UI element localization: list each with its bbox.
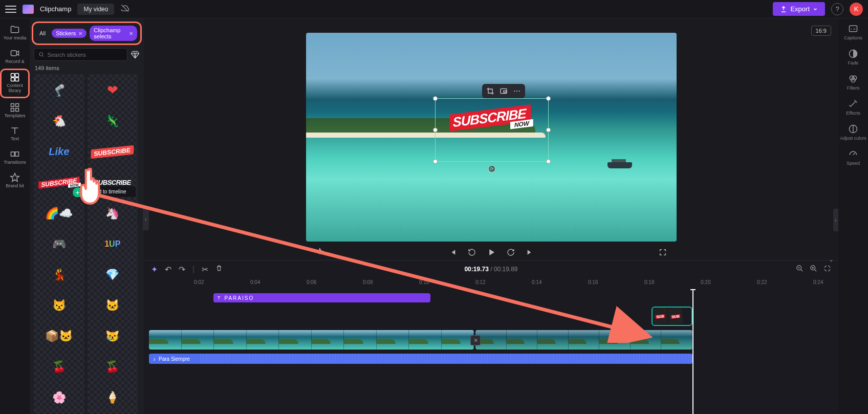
forward-icon[interactable] [506, 248, 515, 257]
rotate-handle[interactable]: ⟳ [488, 165, 495, 172]
ai-icon[interactable] [315, 248, 324, 257]
sticker-item[interactable]: 🍒 [88, 351, 138, 383]
split-icon[interactable]: ✂ [202, 265, 208, 274]
rail-adjust-colors[interactable]: Adjust colors [840, 124, 866, 141]
sticker-item[interactable]: 🌸 [34, 381, 84, 414]
sticker-item[interactable]: Like [34, 136, 84, 168]
skip-forward-icon[interactable] [526, 248, 535, 257]
close-icon[interactable]: ✕ [78, 31, 82, 36]
svg-rect-20 [850, 26, 857, 32]
menu-icon[interactable] [5, 4, 16, 15]
sticker-item[interactable]: 🍦 [88, 381, 138, 414]
text-clip[interactable]: TPARAISO [213, 293, 430, 302]
zoom-in-icon[interactable] [810, 265, 817, 274]
sticker-item[interactable]: SUBSCRIBE [88, 136, 138, 168]
delete-icon[interactable] [215, 265, 223, 274]
sticker-item[interactable]: 📦🐱 [34, 320, 84, 353]
rail-effects[interactable]: Effects [846, 99, 860, 116]
rail-templates[interactable]: Templates [0, 99, 30, 122]
video-canvas[interactable]: ⟳ SUBSCRIBE NOW [306, 33, 677, 242]
help-icon[interactable]: ? [831, 3, 843, 15]
export-button[interactable]: Export [773, 2, 825, 16]
rail-record[interactable]: Record & [0, 45, 30, 68]
rail-fade[interactable]: Fade [848, 49, 859, 66]
sticker-item[interactable]: 🦿 [34, 74, 84, 107]
rail-captions[interactable]: Captions [844, 24, 862, 40]
sticker-item[interactable]: 🦄 [88, 197, 138, 230]
play-icon[interactable] [487, 248, 496, 257]
sticker-track[interactable]: SUB SUB [144, 307, 838, 328]
resize-handle[interactable] [546, 96, 551, 101]
fullscreen-icon[interactable] [658, 248, 667, 257]
filter-all[interactable]: All [36, 29, 49, 38]
avatar[interactable]: K [850, 3, 863, 16]
search-box[interactable] [34, 48, 127, 61]
resize-handle[interactable] [433, 96, 438, 101]
aspect-ratio-button[interactable]: 16:9 [811, 26, 831, 36]
resize-handle[interactable] [546, 128, 551, 133]
rail-transitions[interactable]: Transitions [0, 146, 30, 168]
search-input[interactable] [48, 52, 123, 58]
video-clip[interactable] [475, 330, 692, 350]
right-collapse-icon[interactable]: › [833, 209, 838, 231]
crop-icon[interactable] [486, 86, 495, 96]
magic-icon[interactable]: ✦ [151, 265, 158, 274]
sticker-item[interactable]: 🐱 [88, 289, 138, 322]
sticker-subscribe-now[interactable]: SUBSCRIBE NOW + [34, 166, 84, 199]
project-title[interactable]: My video [77, 4, 114, 15]
sticker-item[interactable]: 😾 [34, 289, 84, 322]
zoom-fit-icon[interactable] [823, 265, 831, 274]
sticker-item[interactable]: SUBSCRIBE Add to timeline [88, 166, 138, 199]
resize-handle[interactable] [433, 159, 438, 164]
sticker-item[interactable]: 🐔 [34, 105, 84, 138]
redo-icon[interactable]: ↷ [179, 265, 185, 274]
pip-icon[interactable] [499, 86, 508, 96]
player-controls [306, 245, 677, 260]
add-icon[interactable]: + [73, 187, 83, 198]
sticker-item[interactable]: 😿 [88, 320, 138, 353]
rail-content-library[interactable]: Content library [0, 69, 30, 98]
sticker-item[interactable]: 💃 [34, 258, 84, 291]
text-track[interactable]: TPARAISO [144, 293, 838, 304]
audio-track[interactable]: ♪Para Siempre [144, 354, 838, 365]
sticker-grid: 🦿 ❤ 🐔 🦎 Like SUBSCRIBE SUBSCRIBE NOW + S… [34, 74, 140, 414]
content-panel: All Stickers✕ Clipchamp selects✕ 149 ite… [30, 18, 144, 414]
close-icon[interactable]: ✕ [129, 31, 133, 36]
svg-rect-11 [15, 152, 19, 156]
search-icon [38, 51, 45, 58]
filter-stickers[interactable]: Stickers✕ [52, 29, 86, 38]
rewind-icon[interactable] [467, 248, 476, 257]
more-icon[interactable] [512, 86, 522, 96]
sticker-item[interactable]: ❤ [88, 74, 138, 107]
video-track[interactable]: ⨯ [144, 330, 838, 352]
skip-back-icon[interactable] [448, 248, 457, 257]
sticker-item[interactable]: 🍒 [34, 351, 84, 383]
svg-point-12 [39, 53, 43, 56]
panel-collapse-icon[interactable]: ‹ [143, 208, 149, 230]
transition-icon[interactable]: ⨯ [470, 335, 481, 345]
rail-speed[interactable]: Speed [847, 149, 860, 166]
rail-filters[interactable]: Filters [847, 74, 860, 91]
sticker-item[interactable]: 🦎 [88, 105, 138, 138]
timeline: ✦ ↶ ↷ | ✂ 00:19.73 / 00:19.89 0:02 0:04 … [144, 260, 838, 414]
rail-text[interactable]: Text [0, 122, 30, 145]
sticker-item[interactable]: 🌈☁️ [34, 197, 84, 230]
right-rail: Captions Fade Filters Effects Adjust col… [838, 18, 868, 414]
premium-icon[interactable] [131, 50, 140, 59]
rail-your-media[interactable]: Your media [0, 21, 30, 44]
sticker-item[interactable]: 1UP [88, 228, 138, 260]
video-clip[interactable] [149, 330, 474, 350]
sticker-item[interactable]: 🎮 [34, 228, 84, 260]
resize-handle[interactable] [433, 128, 438, 133]
playhead[interactable] [692, 289, 693, 414]
undo-icon[interactable]: ↶ [165, 265, 171, 274]
audio-clip[interactable]: ♪Para Siempre [149, 354, 692, 364]
sticker-clip[interactable]: SUB SUB [652, 307, 692, 326]
sticker-item[interactable]: 💎 [88, 258, 138, 291]
zoom-out-icon[interactable] [796, 265, 804, 274]
filter-clipchamp-selects[interactable]: Clipchamp selects✕ [90, 26, 137, 41]
rail-brand-kit[interactable]: Brand kit [0, 169, 30, 192]
timeline-ruler[interactable]: 0:02 0:04 0:06 0:08 0:10 0:12 0:14 0:16 … [144, 278, 838, 289]
resize-handle[interactable] [546, 159, 551, 164]
svg-point-16 [516, 91, 517, 92]
